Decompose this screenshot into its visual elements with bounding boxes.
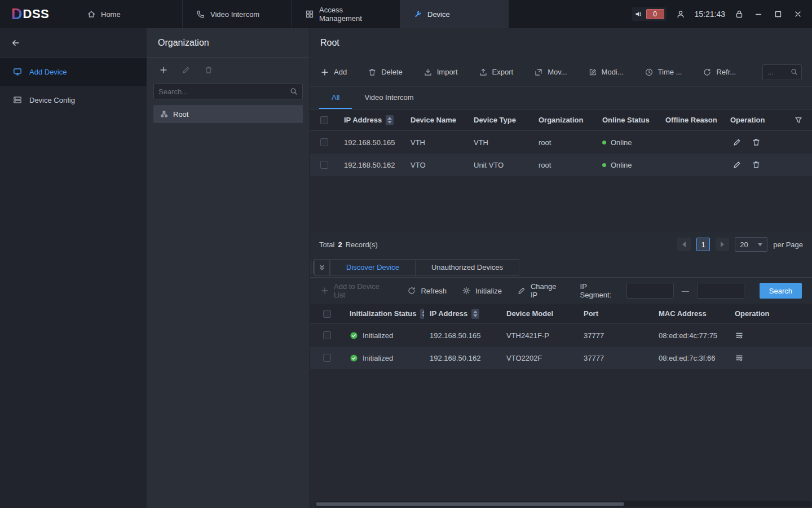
column-device-name-label: Device Name <box>411 116 456 124</box>
page-size-value: 20 <box>740 240 748 249</box>
delete-device-icon[interactable] <box>752 160 761 169</box>
sort-ip-icon[interactable] <box>386 115 394 125</box>
search-icon[interactable] <box>790 68 798 76</box>
next-page-button[interactable] <box>716 238 729 251</box>
delete-org-icon[interactable] <box>204 65 213 75</box>
column-ip-address[interactable]: IP Address <box>424 309 501 319</box>
filter-funnel-icon[interactable] <box>794 116 803 125</box>
pagination-total: Total 2 Record(s) <box>319 240 378 249</box>
ip-segment-end-input[interactable] <box>697 283 744 299</box>
online-dot <box>602 141 606 144</box>
back-button[interactable] <box>0 28 147 58</box>
discover-panel: Discover Device Unauthorized Devices Add… <box>310 257 812 508</box>
sidebar-item-device-config-label: Device Config <box>29 96 75 104</box>
discovered-row-1[interactable]: Initialized 192.168.50.165 VTH2421F-P 37… <box>310 324 812 347</box>
add-org-icon[interactable] <box>159 65 168 75</box>
user-icon[interactable] <box>676 10 685 19</box>
current-page-button[interactable]: 1 <box>696 238 710 251</box>
nav-video-intercom-label: Video Intercom <box>210 10 259 19</box>
cell-mac-address: 08:ed:ed:4c:77:75 <box>653 331 729 340</box>
column-initialization-status[interactable]: Initialization Status <box>344 309 424 319</box>
move-button-label: Mov... <box>548 68 567 76</box>
close-button[interactable] <box>793 9 803 19</box>
search-icon[interactable] <box>289 87 298 96</box>
scrollbar-thumb[interactable] <box>316 502 624 506</box>
filter-online-status-icon[interactable] <box>654 116 658 124</box>
pagination: Total 2 Record(s) 1 20 per Page <box>310 231 812 257</box>
sort-ip-icon[interactable] <box>471 309 479 319</box>
edit-device-icon[interactable] <box>732 160 742 169</box>
column-device-type[interactable]: Device Type <box>468 116 533 124</box>
tree-item-root[interactable]: Root <box>153 105 303 123</box>
select-all-checkbox[interactable] <box>320 116 328 124</box>
tab-unauthorized-devices-label: Unauthorized Devices <box>431 263 503 271</box>
tab-all[interactable]: All <box>319 87 352 109</box>
discovered-row-2[interactable]: Initialized 192.168.50.162 VTO2202F 3777… <box>310 347 812 369</box>
collapse-panel-button[interactable] <box>314 259 330 276</box>
ip-segment-start-input[interactable] <box>626 283 674 299</box>
initialize-button[interactable]: Initialize <box>462 286 502 295</box>
horizontal-scrollbar[interactable] <box>315 501 812 507</box>
main-area: Root Add Delete Import Export <box>310 28 812 508</box>
nav-access-management[interactable]: Access Management <box>291 0 400 28</box>
discover-refresh-button[interactable]: Refresh <box>407 286 447 295</box>
nav-device[interactable]: Device <box>400 0 509 28</box>
device-search <box>762 64 802 80</box>
minimize-icon <box>754 10 763 19</box>
delete-device-icon[interactable] <box>752 138 761 147</box>
delete-button[interactable]: Delete <box>368 68 403 77</box>
cell-port: 37777 <box>578 331 653 340</box>
discover-search-button[interactable]: Search <box>760 283 802 299</box>
add-to-device-list-button[interactable]: Add to Device List <box>320 282 392 299</box>
column-ip-address[interactable]: IP Address <box>338 115 405 125</box>
row-checkbox[interactable] <box>323 354 331 362</box>
sidebar-item-add-device[interactable]: Add Device <box>0 58 147 86</box>
discover-table-empty-area <box>310 369 812 508</box>
cell-ip: 192.168.50.162 <box>338 161 405 169</box>
column-online-status[interactable]: Online Status <box>597 116 660 124</box>
device-row-1[interactable]: 192.168.50.165 VTH VTH root Online <box>310 131 812 154</box>
initialization-status-label: Initialized <box>363 331 393 340</box>
maximize-button[interactable] <box>773 9 783 19</box>
add-button[interactable]: Add <box>320 68 347 77</box>
refresh-icon <box>703 68 712 77</box>
edit-device-icon[interactable] <box>732 138 742 147</box>
column-device-model: Device Model <box>501 309 578 318</box>
tab-unauthorized-devices[interactable]: Unauthorized Devices <box>416 259 519 276</box>
add-to-list-icon[interactable] <box>735 353 744 362</box>
edit-org-icon[interactable] <box>182 65 191 75</box>
filter-device-type-icon[interactable] <box>520 116 524 124</box>
total-value: 2 <box>338 240 342 249</box>
cell-port: 37777 <box>578 354 653 362</box>
column-mac-address-label: MAC Address <box>659 309 707 318</box>
time-button[interactable]: Time ... <box>645 68 682 77</box>
device-row-2[interactable]: 192.168.50.162 VTO Unit VTO root Online <box>310 154 812 176</box>
lock-icon[interactable] <box>735 10 744 19</box>
column-operation-label: Operation <box>735 309 769 318</box>
alert-chip[interactable]: 0 <box>632 7 667 21</box>
select-all-checkbox[interactable] <box>323 310 331 318</box>
import-button[interactable]: Import <box>423 68 458 77</box>
discover-tabs-row: Discover Device Unauthorized Devices <box>310 257 812 278</box>
refresh-button[interactable]: Refr... <box>703 68 736 77</box>
row-checkbox[interactable] <box>320 161 328 169</box>
minimize-button[interactable] <box>753 9 764 19</box>
modify-button[interactable]: Modi... <box>588 68 624 77</box>
move-button[interactable]: Mov... <box>534 68 567 77</box>
page-size-select[interactable]: 20 <box>735 237 767 252</box>
prev-page-button[interactable] <box>677 238 691 251</box>
row-checkbox[interactable] <box>323 331 331 339</box>
change-ip-button[interactable]: Change IP <box>517 282 565 299</box>
nav-video-intercom[interactable]: Video Intercom <box>182 0 291 28</box>
organization-search-input[interactable] <box>153 84 303 99</box>
tab-discover-device[interactable]: Discover Device <box>330 259 416 276</box>
row-checkbox[interactable] <box>320 138 328 146</box>
nav-home[interactable]: Home <box>73 0 182 28</box>
alert-count-badge: 0 <box>646 9 664 19</box>
export-button[interactable]: Export <box>479 68 514 77</box>
sidebar-item-device-config[interactable]: Device Config <box>0 86 147 114</box>
column-mac-address: MAC Address <box>653 309 729 318</box>
tab-video-intercom[interactable]: Video Intercom <box>352 87 426 109</box>
cell-online-status: Online <box>597 138 660 147</box>
add-to-list-icon[interactable] <box>735 331 744 340</box>
